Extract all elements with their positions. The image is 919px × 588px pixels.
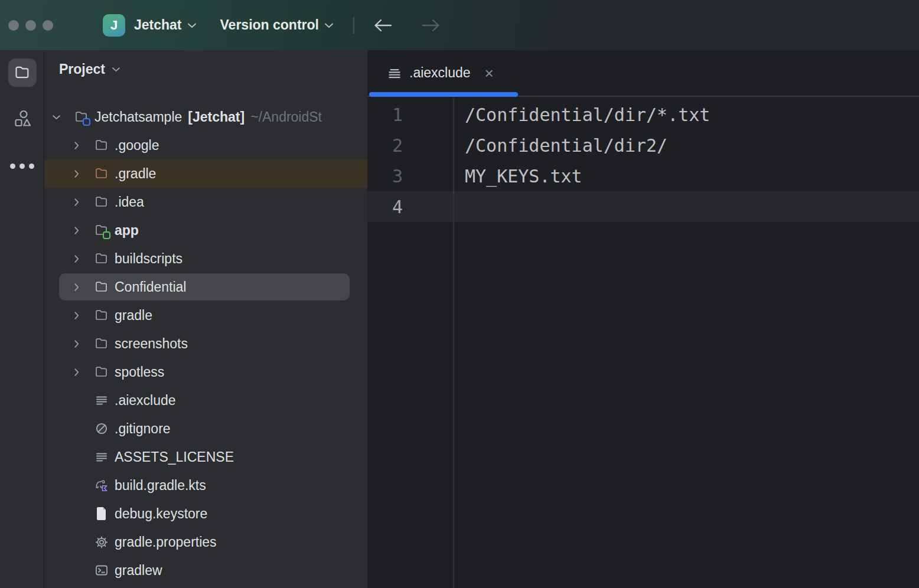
- chevron-right-icon[interactable]: [71, 140, 82, 151]
- project-avatar[interactable]: J: [103, 14, 125, 37]
- vcs-widget[interactable]: Version control: [220, 17, 334, 33]
- file-icon: [94, 507, 109, 521]
- navigate-forward-button[interactable]: [421, 17, 442, 34]
- line-number: 2: [367, 135, 403, 156]
- more-dots-icon: [19, 164, 25, 169]
- code-line[interactable]: 3 MY_KEYS.txt: [367, 161, 919, 191]
- project-badge: [83, 118, 90, 126]
- tree-item-label: build.gradle.kts: [115, 478, 206, 494]
- resource-manager-button[interactable]: [12, 109, 32, 129]
- tree-row-confidential[interactable]: Confidential: [44, 273, 367, 301]
- project-root-folder-icon: [74, 110, 89, 124]
- project-tool-window-button[interactable]: [8, 58, 37, 87]
- more-dots-icon: [29, 164, 34, 169]
- tree-item-path: ~/AndroidSt: [250, 109, 322, 125]
- close-window-button[interactable]: [8, 20, 19, 31]
- tree-item-label: .google: [115, 138, 159, 153]
- chevron-right-icon[interactable]: [71, 225, 82, 236]
- folder-icon: [94, 138, 109, 152]
- tree-row-screenshots[interactable]: screenshots: [44, 329, 367, 358]
- tree-row-app[interactable]: app: [44, 216, 367, 244]
- code-line[interactable]: 1 /Confidential/dir/*.txt: [367, 99, 919, 130]
- chevron-right-icon[interactable]: [71, 282, 82, 292]
- text-file-icon: [94, 393, 109, 407]
- folder-icon: [94, 280, 109, 294]
- tab-label: .aiexclude: [409, 65, 471, 81]
- line-number: 1: [367, 104, 403, 125]
- terminal-icon: [94, 563, 109, 577]
- editor-tab-aiexclude[interactable]: .aiexclude ×: [367, 50, 494, 96]
- tree-row-buildscripts[interactable]: buildscripts: [44, 244, 367, 273]
- chevron-right-icon[interactable]: [71, 253, 82, 264]
- arrow-left-icon: [372, 17, 393, 34]
- editor-tab-bar: .aiexclude ×: [367, 50, 919, 97]
- tree-row-aiexclude[interactable]: .aiexclude: [44, 386, 367, 414]
- tree-item-label: debug.keystore: [115, 506, 207, 522]
- arrow-right-icon: [421, 17, 442, 34]
- chevron-right-icon[interactable]: [71, 168, 82, 179]
- project-view-label: Project: [59, 61, 105, 77]
- tree-row-spotless[interactable]: spotless: [44, 358, 367, 386]
- tree-row-google[interactable]: .google: [44, 131, 367, 159]
- project-switcher[interactable]: Jetchat: [125, 17, 197, 33]
- titlebar-separator: [353, 17, 354, 34]
- titlebar: J Jetchat Version control: [0, 0, 919, 50]
- tree-row-gitignore[interactable]: .gitignore: [44, 414, 367, 443]
- line-text: /Confidential/dir2/: [465, 135, 667, 156]
- folder-icon: [94, 166, 109, 181]
- tree-item-label: .idea: [115, 194, 144, 210]
- code-line-current[interactable]: 4: [367, 191, 919, 222]
- tree-row-project-root[interactable]: Jetchatsample [Jetchat] ~/AndroidSt: [44, 103, 367, 131]
- tree-item-label: .gitignore: [115, 421, 171, 437]
- vcs-widget-label: Version control: [220, 17, 319, 33]
- code-editor[interactable]: 1 /Confidential/dir/*.txt 2 /Confidentia…: [367, 98, 919, 588]
- gear-icon: [94, 535, 109, 549]
- tree-item-label: .gradle: [115, 166, 156, 182]
- ignored-file-icon: [94, 422, 109, 436]
- tree-item-module: [Jetchat]: [188, 109, 245, 125]
- text-file-icon: [387, 66, 402, 81]
- chevron-down-icon: [324, 22, 334, 28]
- module-badge: [103, 231, 110, 239]
- tab-close-icon[interactable]: ×: [485, 66, 494, 81]
- chevron-right-icon[interactable]: [71, 338, 82, 349]
- chevron-right-icon[interactable]: [71, 367, 82, 377]
- gradle-kotlin-script-icon: [94, 478, 109, 492]
- more-tool-windows-button[interactable]: [0, 164, 44, 169]
- code-line[interactable]: 2 /Confidential/dir2/: [367, 130, 919, 161]
- macos-traffic-lights[interactable]: [8, 20, 53, 31]
- minimize-window-button[interactable]: [25, 20, 36, 31]
- project-view-selector[interactable]: Project: [44, 50, 367, 88]
- tree-row-assets-license[interactable]: ASSETS_LICENSE: [44, 443, 367, 471]
- tree-item-label: ASSETS_LICENSE: [115, 449, 234, 465]
- tree-row-gradle-properties[interactable]: gradle.properties: [44, 528, 367, 556]
- chevron-down-icon: [112, 67, 120, 72]
- chevron-down-icon[interactable]: [51, 112, 61, 122]
- chevron-right-icon[interactable]: [71, 197, 82, 207]
- zoom-window-button[interactable]: [43, 20, 53, 31]
- line-number: 3: [367, 166, 403, 187]
- chevron-right-icon[interactable]: [71, 310, 82, 321]
- tree-row-gradlew[interactable]: gradlew: [44, 556, 367, 584]
- tool-window-rail: [0, 50, 44, 588]
- tree-item-label: buildscripts: [115, 251, 183, 267]
- folder-icon: [94, 251, 109, 266]
- navigate-back-button[interactable]: [372, 17, 393, 34]
- android-studio-window: J Jetchat Version control: [0, 0, 919, 588]
- tree-item-label: .aiexclude: [115, 393, 176, 409]
- tree-row-gradle[interactable]: gradle: [44, 301, 367, 329]
- tree-row-idea[interactable]: .idea: [44, 188, 367, 216]
- line-number: 4: [367, 197, 403, 217]
- folder-icon: [94, 195, 109, 209]
- tree-row-debug-keystore[interactable]: debug.keystore: [44, 499, 367, 528]
- tree-item-label: gradlew: [115, 563, 162, 579]
- project-panel: Project Jetchatsample [Jetchat]: [44, 50, 367, 588]
- tree-row-gradle-dot[interactable]: .gradle: [44, 159, 367, 188]
- tree-item-label: gradle: [115, 308, 152, 324]
- text-file-icon: [94, 450, 109, 464]
- folder-icon: [94, 365, 109, 379]
- tree-item-label: Confidential: [115, 279, 186, 295]
- tree-item-label: app: [115, 223, 139, 239]
- tree-item-label: gradle.properties: [115, 534, 217, 550]
- tree-row-build-gradle-kts[interactable]: build.gradle.kts: [44, 471, 367, 499]
